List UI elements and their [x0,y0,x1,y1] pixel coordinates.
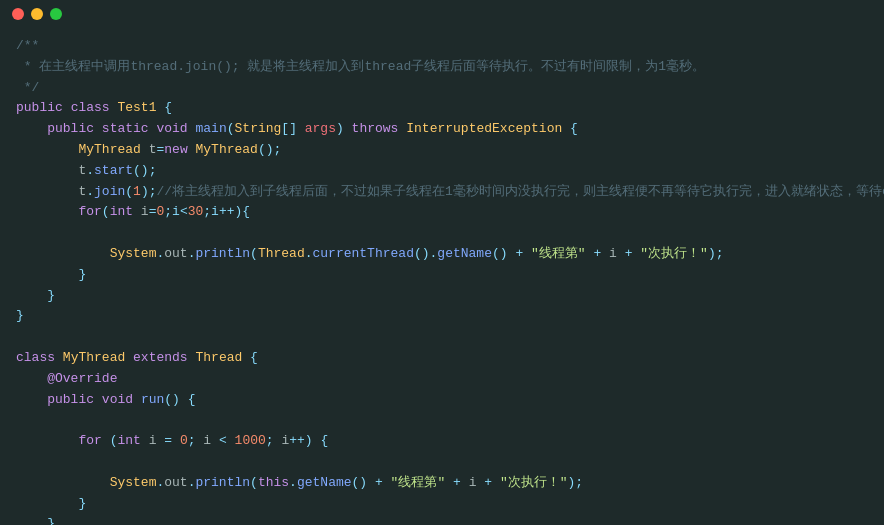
code-line-17: public void run() { [16,390,868,411]
close-button[interactable] [12,8,24,20]
code-line-3: */ [16,78,868,99]
code-line-11: System.out.println(Thread.currentThread(… [16,244,868,265]
code-line-21: System.out.println(this.getName() + "线程第… [16,473,868,494]
minimize-button[interactable] [31,8,43,20]
code-line-8: t.join(1);//将主线程加入到子线程后面，不过如果子线程在1毫秒时间内没… [16,182,868,203]
code-line-15: class MyThread extends Thread { [16,348,868,369]
code-line-9: for(int i=0;i<30;i++){ [16,202,868,223]
code-line-20 [16,452,868,473]
maximize-button[interactable] [50,8,62,20]
code-line-5: public static void main(String[] args) t… [16,119,868,140]
code-line-23: } [16,514,868,525]
code-line-18 [16,410,868,431]
code-line-4: public class Test1 { [16,98,868,119]
code-editor: /** * 在主线程中调用thread.join(); 就是将主线程加入到thr… [0,28,884,525]
code-line-2: * 在主线程中调用thread.join(); 就是将主线程加入到thread子… [16,57,868,78]
code-line-19: for (int i = 0; i < 1000; i++) { [16,431,868,452]
titlebar [0,0,884,28]
code-line-13: } [16,286,868,307]
code-line-6: MyThread t=new MyThread(); [16,140,868,161]
code-line-10 [16,223,868,244]
code-line-1: /** [16,36,868,57]
code-line-12: } [16,265,868,286]
code-line-blank [16,327,868,348]
code-line-22: } [16,494,868,515]
code-line-14: } [16,306,868,327]
code-line-16: @Override [16,369,868,390]
code-line-7: t.start(); [16,161,868,182]
